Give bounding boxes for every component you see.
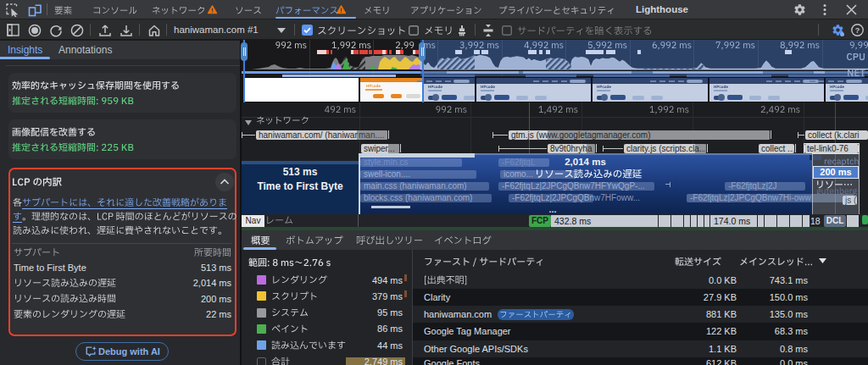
svg-text:?: ? <box>855 26 860 35</box>
